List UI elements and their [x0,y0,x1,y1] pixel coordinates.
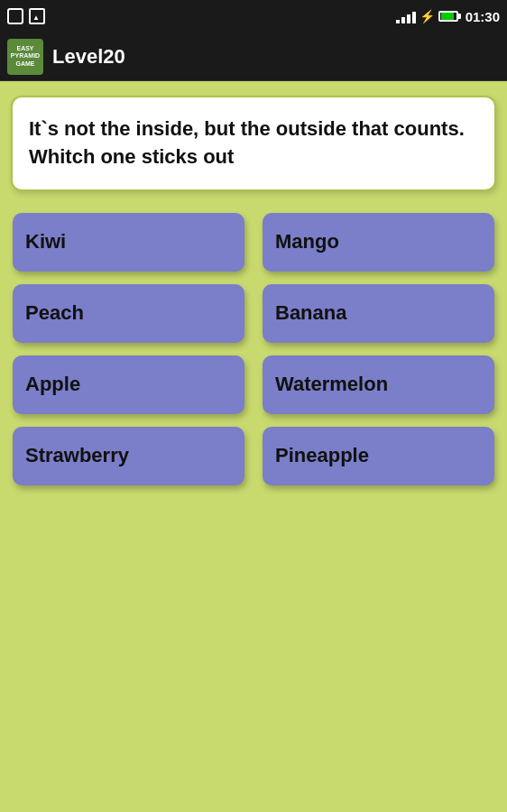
lightning-icon: ⚡ [419,9,435,23]
main-content: It`s not the inside, but the outside tha… [0,81,507,812]
battery-fill [441,13,454,20]
status-bar: ⚡ 01:30 [0,0,507,32]
phone-icon [7,8,23,24]
answer-apple[interactable]: Apple [13,355,244,414]
image-icon [29,8,45,24]
answers-grid: Kiwi Mango Peach Banana Apple Watermelon… [11,213,496,485]
answer-peach[interactable]: Peach [13,284,244,343]
question-card: It`s not the inside, but the outside tha… [11,96,496,191]
question-text: It`s not the inside, but the outside tha… [29,115,478,171]
app-logo-text: EASYPYRAMIDGAME [11,45,40,68]
answer-watermelon[interactable]: Watermelon [263,355,494,414]
answer-banana[interactable]: Banana [263,284,494,343]
app-logo: EASYPYRAMIDGAME [7,39,43,75]
header-bar: EASYPYRAMIDGAME Level20 [0,32,507,81]
signal-icon [396,9,416,23]
answer-mango[interactable]: Mango [263,213,494,272]
battery-icon [438,11,458,22]
status-left-icons [7,8,45,24]
answer-kiwi[interactable]: Kiwi [13,213,244,272]
answer-pineapple[interactable]: Pineapple [263,427,494,485]
status-right-icons: ⚡ 01:30 [396,9,500,24]
header-title: Level20 [52,45,125,69]
status-time: 01:30 [466,9,500,24]
answer-strawberry[interactable]: Strawberry [13,427,244,485]
